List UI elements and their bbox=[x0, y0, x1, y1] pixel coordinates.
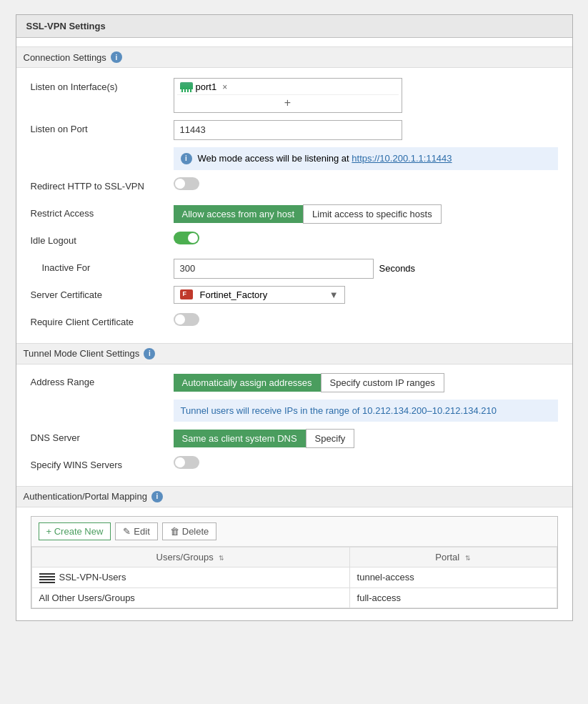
auth-table-body: SSL-VPN-Userstunnel-accessAll Other User… bbox=[31, 567, 557, 608]
panel-title: SSL-VPN Settings bbox=[16, 15, 572, 38]
dns-server-row: DNS Server Same as client system DNS Spe… bbox=[31, 429, 558, 449]
auth-info-icon[interactable]: i bbox=[151, 491, 163, 502]
idle-logout-label: Idle Logout bbox=[31, 232, 174, 246]
interface-tag: port1 × bbox=[177, 80, 231, 94]
tunnel-info-icon[interactable]: i bbox=[144, 348, 155, 360]
specify-ip-ranges-button[interactable]: Specify custom IP ranges bbox=[321, 373, 444, 392]
listen-port-input[interactable] bbox=[174, 120, 402, 140]
edit-pencil-icon: ✎ bbox=[123, 526, 131, 537]
auth-mapping-label: Authentication/Portal Mapping bbox=[24, 491, 147, 502]
portal-sort-icon[interactable]: ⇅ bbox=[465, 555, 471, 562]
listen-port-label: Listen on Port bbox=[31, 120, 174, 134]
server-cert-row: Server Certificate Fortinet_Factory ▼ bbox=[31, 286, 558, 306]
idle-logout-thumb bbox=[188, 233, 198, 243]
users-sort-icon[interactable]: ⇅ bbox=[219, 555, 224, 562]
wins-servers-row: Specify WINS Servers bbox=[31, 456, 558, 476]
delete-trash-icon: 🗑 bbox=[170, 526, 179, 537]
listen-port-control: i Web mode access will be listening at h… bbox=[174, 120, 558, 170]
listen-interface-control: port1 × + bbox=[174, 78, 558, 113]
interface-box[interactable]: port1 × + bbox=[174, 78, 402, 113]
redirect-http-row: Redirect HTTP to SSL-VPN bbox=[31, 177, 558, 197]
delete-button[interactable]: 🗑 Delete bbox=[162, 522, 217, 540]
edit-label: Edit bbox=[134, 526, 149, 537]
inactive-for-row: Inactive For Seconds bbox=[31, 259, 558, 279]
listen-interface-row: Listen on Interface(s) port1 × + bbox=[31, 78, 558, 113]
web-mode-info-icon: i bbox=[181, 153, 192, 164]
create-new-label: + Create New bbox=[46, 526, 104, 537]
auth-table-header-row: Users/Groups ⇅ Portal ⇅ bbox=[31, 547, 557, 567]
connection-settings-label: Connection Settings bbox=[24, 52, 106, 63]
redirect-http-label: Redirect HTTP to SSL-VPN bbox=[31, 177, 174, 192]
server-cert-label: Server Certificate bbox=[31, 286, 174, 300]
listen-interface-label: Listen on Interface(s) bbox=[31, 78, 174, 92]
portal-cell: tunnel-access bbox=[349, 567, 557, 588]
inactive-for-control: Seconds bbox=[174, 259, 558, 279]
address-range-row: Address Range Automatically assign addre… bbox=[31, 373, 558, 422]
dns-server-label: DNS Server bbox=[31, 429, 174, 443]
require-cert-control bbox=[174, 313, 558, 326]
idle-logout-toggle[interactable] bbox=[174, 232, 199, 244]
server-cert-value: Fortinet_Factory bbox=[200, 289, 268, 300]
redirect-toggle-thumb bbox=[175, 179, 185, 189]
auth-mapping-header: Authentication/Portal Mapping i bbox=[16, 486, 572, 507]
connection-settings-header: Connection Settings i bbox=[16, 46, 572, 68]
server-cert-select[interactable]: Fortinet_Factory ▼ bbox=[174, 286, 345, 304]
ssl-vpn-settings-panel: SSL-VPN Settings Connection Settings i L… bbox=[16, 14, 573, 621]
users-group-icon bbox=[39, 572, 55, 583]
inactive-for-input[interactable] bbox=[174, 259, 374, 279]
address-range-label: Address Range bbox=[31, 373, 174, 387]
users-cell: All Other Users/Groups bbox=[31, 588, 349, 608]
tunnel-settings-header: Tunnel Mode Client Settings i bbox=[16, 343, 572, 365]
address-range-control: Automatically assign addresses Specify c… bbox=[174, 373, 558, 422]
specify-dns-button[interactable]: Specify bbox=[306, 429, 355, 448]
same-as-client-dns-button[interactable]: Same as client system DNS bbox=[174, 430, 306, 447]
restrict-access-label: Restrict Access bbox=[31, 204, 174, 219]
cert-icon bbox=[180, 289, 193, 299]
col-portal-header: Portal ⇅ bbox=[349, 547, 557, 567]
auth-portal-table: Users/Groups ⇅ Portal ⇅ SSL-VPN-Userstun… bbox=[31, 547, 557, 609]
interface-value: port1 bbox=[196, 81, 217, 92]
connection-info-icon[interactable]: i bbox=[111, 51, 122, 63]
redirect-http-control bbox=[174, 177, 558, 190]
auth-toolbar: + Create New ✎ Edit 🗑 Delete bbox=[31, 517, 557, 547]
interface-icon bbox=[180, 82, 193, 92]
tunnel-info-text: Tunnel users will receive IPs in the ran… bbox=[181, 405, 497, 416]
idle-logout-control bbox=[174, 232, 558, 244]
delete-label: Delete bbox=[182, 526, 209, 537]
idle-logout-row: Idle Logout bbox=[31, 232, 558, 252]
web-mode-info-banner: i Web mode access will be listening at h… bbox=[174, 147, 558, 170]
table-row: All Other Users/Groupsfull-access bbox=[31, 588, 557, 608]
create-new-button[interactable]: + Create New bbox=[39, 522, 111, 540]
edit-button[interactable]: ✎ Edit bbox=[115, 522, 157, 540]
restrict-access-control: Allow access from any host Limit access … bbox=[174, 204, 558, 224]
listen-port-row: Listen on Port i Web mode access will be… bbox=[31, 120, 558, 170]
web-mode-text: Web mode access will be listening at htt… bbox=[198, 153, 452, 164]
tunnel-settings-label: Tunnel Mode Client Settings bbox=[24, 348, 140, 359]
auth-portal-section: + Create New ✎ Edit 🗑 Delete Users/Group… bbox=[31, 516, 558, 610]
restrict-access-row: Restrict Access Allow access from any ho… bbox=[31, 204, 558, 224]
require-cert-toggle[interactable] bbox=[174, 313, 199, 326]
wins-servers-control bbox=[174, 456, 558, 469]
inactive-for-suffix: Seconds bbox=[379, 263, 416, 274]
portal-cell: full-access bbox=[349, 588, 557, 608]
interface-remove-icon[interactable]: × bbox=[222, 82, 227, 92]
require-cert-label: Require Client Certificate bbox=[31, 313, 174, 327]
wins-servers-label: Specify WINS Servers bbox=[31, 456, 174, 470]
col-users-header: Users/Groups ⇅ bbox=[31, 547, 349, 567]
limit-specific-hosts-button[interactable]: Limit access to specific hosts bbox=[303, 204, 442, 224]
server-cert-control: Fortinet_Factory ▼ bbox=[174, 286, 558, 304]
interface-add-icon[interactable]: + bbox=[177, 94, 399, 111]
dns-server-control: Same as client system DNS Specify bbox=[174, 429, 558, 448]
allow-any-host-button[interactable]: Allow access from any host bbox=[174, 205, 304, 223]
auto-assign-button[interactable]: Automatically assign addresses bbox=[174, 374, 321, 392]
wins-toggle-thumb bbox=[175, 457, 185, 467]
wins-servers-toggle[interactable] bbox=[174, 456, 199, 469]
tunnel-info-banner: Tunnel users will receive IPs in the ran… bbox=[174, 400, 558, 422]
redirect-http-toggle[interactable] bbox=[174, 177, 199, 190]
address-range-buttons: Automatically assign addresses Specify c… bbox=[174, 373, 444, 392]
require-cert-row: Require Client Certificate bbox=[31, 313, 558, 333]
web-mode-link[interactable]: https://10.200.1.1:11443 bbox=[352, 153, 452, 164]
require-cert-thumb bbox=[175, 314, 185, 324]
users-cell: SSL-VPN-Users bbox=[31, 567, 349, 588]
inactive-for-label: Inactive For bbox=[31, 259, 174, 273]
